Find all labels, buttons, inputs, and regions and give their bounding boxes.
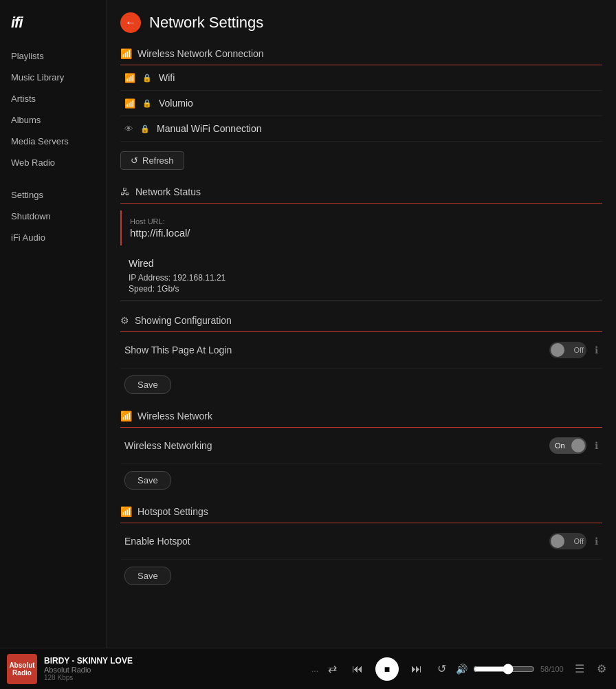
- player-controls: ⇄ ⏮ ■ ⏭ ↺: [325, 657, 449, 681]
- sidebar-item-albums[interactable]: Albums: [0, 109, 106, 131]
- settings-button[interactable]: ⚙: [594, 659, 609, 678]
- network-item-wifi[interactable]: 📶 🔒 Wifi: [120, 65, 602, 91]
- host-url-label: Host URL:: [130, 217, 594, 226]
- show-login-save-button[interactable]: Save: [124, 375, 171, 394]
- player-thumbnail: Absolut Radio: [7, 654, 37, 684]
- play-button[interactable]: ■: [375, 657, 399, 681]
- lock-icon-wifi: 🔒: [142, 74, 152, 83]
- lock-icon-manual: 🔒: [140, 124, 150, 133]
- refresh-icon: ↺: [131, 155, 138, 166]
- volume-area: 🔊 58/100: [456, 664, 565, 675]
- show-login-controls: Off ℹ: [549, 342, 598, 358]
- prev-button[interactable]: ⏮: [349, 660, 366, 678]
- network-item-manual[interactable]: 👁 🔒 Manual WiFi Connection: [120, 116, 602, 142]
- sidebar-item-media-servers[interactable]: Media Servers: [0, 131, 106, 152]
- wireless-networking-label: Wireless Networking: [124, 440, 549, 451]
- wifi-signal-icon-2: 📶: [124, 98, 135, 109]
- toggle-knob: [551, 343, 564, 357]
- sidebar: ifi Playlists Music Library Artists Albu…: [0, 0, 107, 648]
- repeat-button[interactable]: ↺: [434, 659, 449, 678]
- network-status-label: Network Status: [135, 186, 201, 197]
- hotspot-toggle-knob: [551, 534, 564, 548]
- network-icon: 🖧: [120, 186, 130, 197]
- wireless-connection-label: Wireless Network Connection: [138, 48, 264, 59]
- wireless-networking-toggle[interactable]: On: [549, 437, 586, 454]
- wired-label: Wired: [129, 258, 594, 269]
- queue-button[interactable]: ☰: [572, 659, 587, 678]
- volume-slider[interactable]: [473, 664, 535, 675]
- player-title: BIRDY - SKINNY LOVE: [44, 656, 305, 666]
- network-status-section: 🖧 Network Status: [120, 179, 602, 204]
- wireless-networking-save-row: Save: [120, 464, 602, 499]
- sidebar-item-music-library[interactable]: Music Library: [0, 67, 106, 88]
- enable-hotspot-row: Enable Hotspot Off ℹ: [120, 523, 602, 560]
- show-login-row: Show This Page At Login Off ℹ: [120, 332, 602, 369]
- network-name-wifi: Wifi: [159, 72, 175, 83]
- thumb-line1: Absolut: [9, 661, 34, 669]
- sidebar-item-shutdown[interactable]: Shutdown: [0, 206, 106, 227]
- volume-icon: 🔊: [456, 664, 468, 675]
- page-title: Network Settings: [149, 14, 263, 32]
- sidebar-item-playlists[interactable]: Playlists: [0, 45, 106, 67]
- refresh-button[interactable]: ↺ Refresh: [120, 151, 184, 170]
- network-name-volumio: Volumio: [159, 98, 193, 109]
- enable-hotspot-toggle-label: Off: [574, 537, 584, 545]
- wireless-networking-controls: On ℹ: [549, 437, 598, 454]
- sidebar-item-artists[interactable]: Artists: [0, 88, 106, 109]
- sidebar-item-settings[interactable]: Settings: [0, 184, 106, 206]
- sidebar-item-web-radio[interactable]: Web Radio: [0, 152, 106, 173]
- show-login-info-icon[interactable]: ℹ: [595, 344, 598, 356]
- hotspot-save-button[interactable]: Save: [124, 567, 171, 585]
- network-name-manual: Manual WiFi Connection: [157, 123, 262, 134]
- wifi-icon: 📶: [120, 48, 132, 59]
- wireless-networking-row: Wireless Networking On ℹ: [120, 428, 602, 464]
- page-header: ← Network Settings: [120, 0, 602, 41]
- player-station: Absolut Radio: [44, 666, 305, 674]
- wireless-networking-info-icon[interactable]: ℹ: [595, 440, 598, 451]
- refresh-label: Refresh: [142, 155, 174, 166]
- enable-hotspot-info-icon[interactable]: ℹ: [595, 536, 598, 547]
- host-url-box: Host URL: http://ifi.local/: [120, 210, 602, 245]
- thumb-line2: Radio: [9, 669, 34, 677]
- enable-hotspot-controls: Off ℹ: [549, 533, 598, 549]
- network-item-volumio[interactable]: 📶 🔒 Volumio: [120, 91, 602, 116]
- next-button[interactable]: ⏭: [408, 660, 425, 678]
- back-button[interactable]: ←: [120, 12, 141, 33]
- wireless-network-label: Wireless Network: [138, 411, 212, 422]
- main-content: ← Network Settings 📶 Wireless Network Co…: [107, 0, 616, 648]
- show-login-toggle[interactable]: Off: [549, 342, 586, 358]
- wired-box: Wired IP Address: 192.168.11.21 Speed: 1…: [120, 252, 602, 301]
- show-login-save-row: Save: [120, 369, 602, 404]
- showing-config-label: Showing Configuration: [135, 315, 232, 326]
- enable-hotspot-label: Enable Hotspot: [124, 536, 549, 547]
- speed-label: Speed:: [129, 284, 155, 294]
- hotspot-settings-label: Hotspot Settings: [138, 506, 208, 517]
- showing-config-section: ⚙ Showing Configuration: [120, 308, 602, 332]
- player-thumb-inner: Absolut Radio: [9, 661, 34, 677]
- host-url-value: http://ifi.local/: [130, 227, 594, 239]
- ip-address-detail: IP Address: 192.168.11.21: [129, 273, 594, 283]
- ip-value: 192.168.11.21: [173, 273, 226, 283]
- show-login-label: Show This Page At Login: [124, 344, 549, 356]
- eye-icon: 👁: [124, 124, 133, 134]
- hotspot-save-row: Save: [120, 560, 602, 595]
- config-icon: ⚙: [120, 315, 129, 326]
- enable-hotspot-toggle[interactable]: Off: [549, 533, 586, 549]
- speed-value: 1Gb/s: [157, 284, 179, 294]
- wifi-signal-icon: 📶: [124, 73, 135, 83]
- wireless-networking-save-button[interactable]: Save: [124, 471, 171, 490]
- speed-detail: Speed: 1Gb/s: [129, 284, 594, 294]
- volume-value: 58/100: [540, 665, 565, 673]
- wireless-toggle-knob: [571, 439, 585, 452]
- shuffle-button[interactable]: ⇄: [325, 659, 340, 678]
- sidebar-item-ifi-audio[interactable]: iFi Audio: [0, 227, 106, 248]
- show-login-toggle-label: Off: [574, 346, 584, 354]
- wireless-network-section: 📶 Wireless Network: [120, 404, 602, 428]
- player-bar: Absolut Radio BIRDY - SKINNY LOVE Absolu…: [0, 648, 616, 689]
- ip-label: IP Address:: [129, 273, 170, 283]
- wireless-icon: 📶: [120, 411, 132, 422]
- player-more-dots[interactable]: ...: [311, 664, 318, 674]
- hotspot-icon: 📶: [120, 506, 132, 517]
- sidebar-divider: [0, 173, 106, 184]
- logo: ifi: [0, 7, 106, 45]
